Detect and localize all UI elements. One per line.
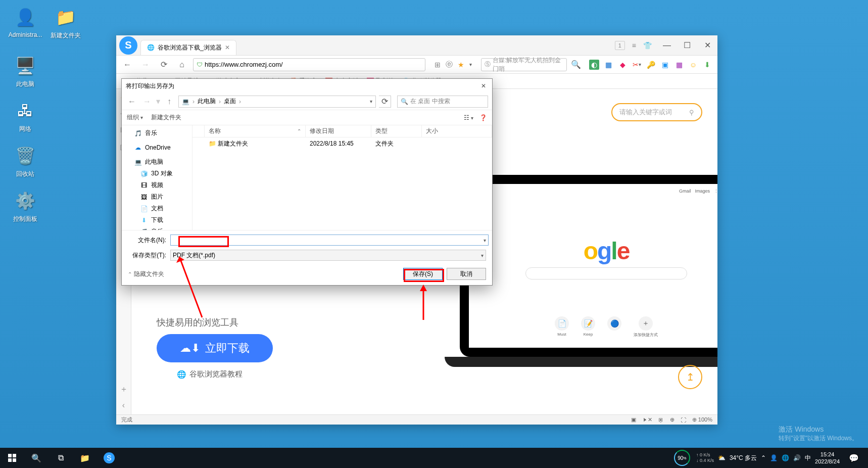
status-mute-icon[interactable]: 🕨✕ — [642, 416, 652, 423]
tray-ime[interactable]: 中 — [805, 454, 811, 462]
close-button[interactable]: ✕ — [697, 35, 717, 56]
tree-music: 🎵音乐 — [122, 127, 192, 139]
skin-icon[interactable]: 👕 — [643, 41, 652, 50]
translate-icon[interactable]: ⓔ — [446, 60, 453, 69]
grid-icon[interactable]: ▦ — [674, 60, 684, 70]
dlg-search-input[interactable]: 🔍 在 桌面 中搜索 — [397, 96, 488, 108]
smile-icon[interactable]: ☺ — [688, 60, 698, 70]
status-shield-icon[interactable]: ⛨ — [658, 417, 664, 423]
dlg-refresh-button[interactable]: ⟳ — [379, 96, 391, 108]
tutorial-link[interactable]: 🌐 谷歌浏览器教程 — [177, 369, 243, 379]
star-icon[interactable]: ★ — [458, 61, 464, 69]
scissors-icon[interactable]: ✂▾ — [632, 60, 642, 70]
download-icon[interactable]: ⬇ — [702, 60, 712, 70]
status-zoom[interactable]: ⊕ 100% — [692, 416, 712, 423]
perf-meter[interactable]: 90% — [672, 448, 692, 468]
status-expand-icon[interactable]: ⛶ — [681, 417, 686, 423]
dialog-title: 将打印输出另存为 — [126, 82, 174, 90]
tree-thispc: 💻此电脑 — [122, 156, 192, 168]
tab-close-icon[interactable]: ✕ — [225, 44, 230, 51]
recycle-icon: 🗑️ — [13, 144, 37, 168]
sogou-task-button[interactable]: S — [97, 448, 121, 468]
dialog-close-button[interactable]: ✕ — [479, 80, 488, 91]
taskview-button[interactable]: ⧉ — [49, 448, 73, 468]
folder-tree[interactable]: 🎵音乐 ☁OneDrive 💻此电脑 🧊3D 对象 🎞视频 🖼图片 📄文档 ⬇下… — [122, 125, 192, 230]
notifications-button[interactable]: 💬 — [844, 448, 864, 468]
forward-button[interactable]: → — [138, 58, 153, 72]
tray-people-icon[interactable]: 👤 — [770, 454, 778, 461]
status-clip-icon[interactable]: ▣ — [631, 416, 636, 423]
filename-input[interactable] — [170, 235, 489, 246]
ext-icon-1[interactable]: ◐ — [589, 60, 599, 70]
help-icon[interactable]: ❓ — [479, 114, 487, 121]
file-list[interactable]: 名称 ⌃ 修改日期 类型 大小 📁 新建文件夹 2022/8/18 15:45 … — [192, 125, 492, 230]
desktop-icon-administrator[interactable]: 👤 Administra... — [5, 5, 45, 38]
tree-image: 🖼图片 — [122, 191, 192, 203]
window-icon[interactable]: ▣ — [660, 60, 670, 70]
tray-network-icon[interactable]: 🌐 — [782, 454, 789, 461]
hide-folders-toggle[interactable]: ⌃ 隐藏文件夹 — [128, 270, 164, 278]
sogou-logo[interactable]: S — [119, 36, 137, 55]
explorer-button[interactable]: 📁 — [73, 448, 97, 468]
menu-icon[interactable]: ≡ — [632, 41, 636, 50]
reload-button[interactable]: ⟳ — [157, 58, 171, 72]
breadcrumb-dropdown-icon[interactable]: ▾ — [370, 99, 372, 104]
scroll-top-button[interactable]: ↥ — [678, 365, 702, 389]
desktop-icon-controlpanel[interactable]: ⚙️ 控制面板 — [5, 189, 45, 223]
google-logo: ogle — [584, 237, 630, 265]
organize-menu[interactable]: 组织 ▾ — [127, 113, 143, 122]
window-count-badge[interactable]: 1 — [615, 41, 625, 50]
new-folder-button[interactable]: 新建文件夹 — [151, 113, 181, 122]
page-tagline: 快捷易用的浏览工具 — [157, 316, 238, 329]
chevron-down-icon[interactable]: ▾ — [469, 62, 472, 67]
google-searchbar — [525, 267, 687, 279]
filename-dropdown-icon[interactable]: ▾ — [484, 238, 486, 243]
url-text: https://www.chromezj.com/ — [205, 61, 422, 68]
page-search-input[interactable]: 请输入关键字或词 ⚲ — [611, 103, 702, 121]
status-zoom-icon[interactable]: ⊕ — [670, 416, 674, 423]
dlg-up-button[interactable]: ↑ — [163, 96, 175, 108]
download-button[interactable]: ☁⬇ 立即下载 — [157, 334, 273, 362]
url-input[interactable]: 🛡 https://www.chromezj.com/ — [193, 58, 425, 71]
svg-rect-5 — [13, 454, 16, 457]
view-options-icon[interactable]: ☷ ▾ — [464, 114, 473, 121]
filetype-select[interactable]: PDF 文档(*.pdf) ▾ — [170, 250, 486, 261]
tree-doc: 📄文档 — [122, 203, 192, 214]
weather-text[interactable]: 34°C 多云 — [730, 454, 757, 462]
home-button[interactable]: ⌂ — [175, 58, 189, 72]
desktop-icon-recycle[interactable]: 🗑️ 回收站 — [5, 144, 45, 178]
save-button[interactable]: 保存(S) — [403, 268, 443, 280]
sidebar-plus-icon[interactable]: ＋ — [119, 384, 129, 394]
maximize-button[interactable]: ☐ — [677, 35, 697, 56]
sidebar-collapse-icon[interactable]: ‹ — [119, 400, 129, 410]
search-button[interactable]: 🔍 — [24, 448, 49, 468]
back-button[interactable]: ← — [120, 58, 134, 72]
breadcrumb[interactable]: 💻 › 此电脑 › 桌面 › ▾ — [178, 96, 376, 108]
search-button-icon[interactable]: 🔍 — [571, 60, 581, 69]
search-input[interactable]: Ⓢ 台媒:解放军无人机拍到金门哨 — [481, 58, 567, 71]
clock[interactable]: 15:24 2022/8/24 — [815, 451, 840, 465]
tray-weather-icon[interactable]: ⛅ — [718, 454, 726, 461]
start-button[interactable] — [0, 448, 24, 468]
tray-volume-icon[interactable]: 🔊 — [793, 454, 801, 461]
desktop-icon-thispc[interactable]: 🖥️ 此电脑 — [5, 54, 45, 88]
dlg-forward-button[interactable]: → — [141, 96, 153, 108]
lock-icon: 🛡 — [197, 61, 203, 68]
tab-favicon: 🌐 — [147, 44, 155, 51]
tray-expand-icon[interactable]: ⌃ — [761, 454, 766, 461]
ext-icon-2[interactable]: ▦ — [603, 60, 613, 70]
desktop-icon-network[interactable]: 🖧 网络 — [5, 99, 45, 133]
file-row[interactable]: 📁 新建文件夹 2022/8/18 15:45 文件夹 — [192, 137, 492, 150]
browser-tab[interactable]: 🌐 谷歌浏览器下载_浏览器 ✕ — [140, 40, 236, 55]
minimize-button[interactable]: — — [657, 35, 677, 56]
pc-icon: 🖥️ — [13, 54, 37, 78]
tree-video: 🎞视频 — [122, 179, 192, 191]
shortcut-3: 🔵 — [607, 316, 621, 338]
gmail-link: Gmail — [679, 189, 691, 194]
qr-icon[interactable]: ⊞ — [435, 61, 441, 69]
cancel-button[interactable]: 取消 — [447, 268, 486, 280]
dlg-back-button[interactable]: ← — [126, 96, 138, 108]
desktop-icon-newfolder[interactable]: 📁 新建文件夹 — [45, 5, 86, 40]
ext-icon-3[interactable]: ◆ — [617, 60, 628, 70]
key-icon[interactable]: 🔑 — [646, 60, 656, 70]
